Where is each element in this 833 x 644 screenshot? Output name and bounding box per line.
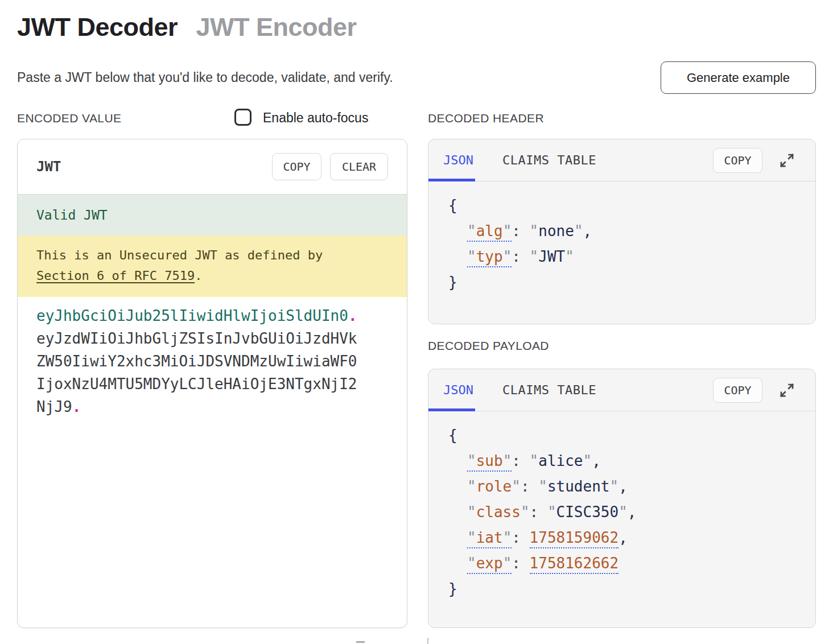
jwt-card-title: JWT [36,159,61,175]
tab-json[interactable]: JSON [428,139,475,181]
rfc-7519-link[interactable]: Section 6 of RFC 7519 [36,269,195,283]
claim-key-iat[interactable]: "iat" [467,529,512,548]
payload-json-editor[interactable]: { "sub": "alice", "role": "student", "cl… [428,411,815,602]
close-brace: } [448,274,457,291]
page-title: JWT Decoder JWT Encoder [17,13,357,42]
claim-value-iat[interactable]: 1758159062 [530,529,619,548]
decoded-header-panel: JSON CLAIMS TABLE COPY { "alg": "none", … [428,139,816,324]
open-brace: { [448,427,457,444]
decoded-payload-panel: JSON CLAIMS TABLE COPY { "sub": "alice",… [428,369,816,628]
claim-row-typ: "typ": "JWT" [448,244,804,270]
valid-jwt-status: Valid JWT [18,195,407,236]
auto-focus-label[interactable]: Enable auto-focus [263,110,368,126]
claim-value-sub: alice [538,452,583,469]
claim-key-typ[interactable]: "typ" [467,248,512,267]
below-fold-artifact [356,641,365,643]
encoded-clear-button[interactable]: CLEAR [330,153,388,180]
claim-row-alg: "alg": "none", [448,218,804,244]
open-brace: { [448,197,457,214]
payload-copy-button[interactable]: COPY [713,378,762,403]
claim-value-alg: none [538,222,574,240]
decoded-header-label: DECODED HEADER [428,112,544,125]
token-line: eyJhbGciOiJub25lIiwidHlwIjoiSldUIn0. [36,304,391,327]
expand-icon[interactable] [779,152,795,168]
encoded-value-card: JWT COPY CLEAR Valid JWT This is an Unse… [17,139,407,628]
tab-jwt-decoder[interactable]: JWT Decoder [17,13,178,42]
unsecured-jwt-warning: This is an Unsecured JWT as defined by S… [18,236,407,297]
close-brace: } [448,580,457,597]
claim-key-role: "role" [467,478,521,495]
claim-value-class: CISC350 [556,503,619,521]
encoded-card-header: JWT COPY CLEAR [18,139,407,195]
decoded-header-tab-row: JSON CLAIMS TABLE COPY [428,139,815,181]
claim-key-exp[interactable]: "exp" [467,555,512,574]
token-line: NjJ9. [36,395,391,418]
tab-json[interactable]: JSON [428,369,475,411]
claim-row-iat: "iat": 1758159062, [448,525,804,551]
token-payload-end: NjJ9 [36,398,72,415]
tab-claims-table[interactable]: CLAIMS TABLE [502,139,596,181]
claim-value-role: student [547,478,610,495]
below-fold-artifact [427,638,428,644]
claim-row-role: "role": "student", [448,474,804,499]
encoded-value-label: ENCODED VALUE [17,112,121,125]
encoded-copy-button[interactable]: COPY [272,153,321,180]
decoded-payload-tab-row: JSON CLAIMS TABLE COPY [428,369,815,411]
tab-claims-table[interactable]: CLAIMS TABLE [502,369,596,411]
status-text: Valid JWT [36,208,108,222]
header-copy-button[interactable]: COPY [713,148,762,173]
token-separator-dot: . [72,398,81,415]
claim-row-sub: "sub": "alice", [448,448,804,474]
claim-value-typ: JWT [538,248,565,265]
warning-suffix: . [195,269,202,283]
claim-key-sub[interactable]: "sub" [467,452,512,472]
decoded-payload-label: DECODED PAYLOAD [428,339,549,353]
jwt-decoder-page: JWT Decoder JWT Encoder Paste a JWT belo… [0,0,833,644]
token-line: eyJzdWIiOiJhbGljZSIsInJvbGUiOiJzdHVk [36,327,391,350]
generate-example-button[interactable]: Generate example [661,61,816,94]
claim-row-class: "class": "CISC350", [448,499,804,525]
claim-key-alg[interactable]: "alg" [467,222,512,242]
claim-row-exp: "exp": 1758162662 [448,551,804,576]
token-header-segment: eyJhbGciOiJub25lIiwidHlwIjoiSldUIn0 [36,307,348,324]
warning-text: This is an Unsecured JWT as defined by [36,248,323,262]
page-subtitle: Paste a JWT below that you'd like to dec… [17,70,393,85]
token-line: IjoxNzU4MTU5MDYyLCJleHAiOjE3NTgxNjI2 [36,373,391,395]
jwt-token-editor[interactable]: eyJhbGciOiJub25lIiwidHlwIjoiSldUIn0. eyJ… [18,297,407,418]
tab-jwt-encoder[interactable]: JWT Encoder [196,13,357,42]
token-separator-dot: . [348,307,357,324]
token-line: ZW50IiwiY2xhc3MiOiJDSVNDMzUwIiwiaWF0 [36,350,391,373]
header-json-editor[interactable]: { "alg": "none", "typ": "JWT" } [428,181,815,295]
claim-value-exp[interactable]: 1758162662 [530,555,619,574]
auto-focus-checkbox[interactable] [234,109,251,126]
claim-key-class: "class" [467,503,530,521]
expand-icon[interactable] [779,382,795,398]
